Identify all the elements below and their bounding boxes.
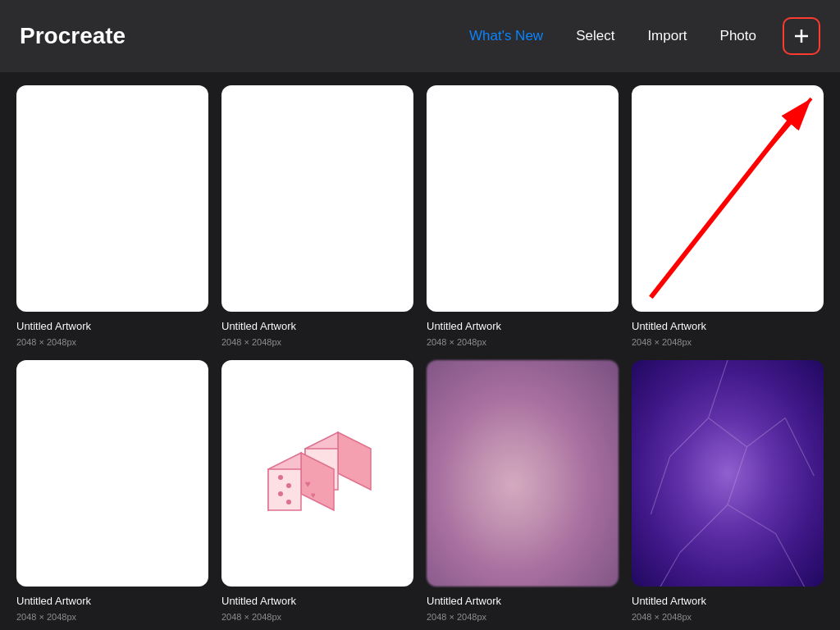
svg-line-21 (728, 447, 746, 504)
svg-line-17 (709, 360, 728, 418)
artwork-thumbnail (16, 360, 208, 587)
nav-photo[interactable]: Photo (707, 21, 769, 51)
artwork-item[interactable]: ♥ ♥ Untitled Artwork 2048 × 2048px (221, 360, 413, 622)
artwork-item[interactable]: Untitled Artwork 2048 × 2048px (427, 85, 619, 347)
header-nav: What's New Select Import Photo (456, 17, 820, 55)
nav-import[interactable]: Import (634, 21, 700, 51)
svg-line-24 (651, 457, 669, 514)
plus-icon (792, 26, 811, 46)
artwork-size: 2048 × 2048px (221, 612, 413, 622)
artwork-thumbnail (427, 360, 619, 587)
artwork-size: 2048 × 2048px (632, 337, 824, 347)
artwork-thumbnail (16, 85, 208, 312)
artwork-title: Untitled Artwork (427, 595, 619, 607)
artwork-title: Untitled Artwork (16, 320, 208, 332)
artwork-title: Untitled Artwork (221, 595, 413, 607)
artwork-thumbnail (632, 360, 824, 587)
artwork-size: 2048 × 2048px (16, 337, 208, 347)
new-canvas-button[interactable] (783, 17, 820, 55)
artwork-item[interactable]: Untitled Artwork 2048 × 2048px (427, 360, 619, 622)
svg-text:♥: ♥ (311, 491, 316, 500)
svg-line-22 (680, 504, 728, 553)
artwork-size: 2048 × 2048px (16, 612, 208, 622)
svg-point-11 (278, 475, 283, 480)
app-logo: Procreate (20, 23, 456, 49)
gallery-grid: Untitled Artwork 2048 × 2048px Untitled … (0, 72, 840, 630)
svg-text:♥: ♥ (304, 478, 310, 490)
artwork-title: Untitled Artwork (16, 595, 208, 607)
artwork-size: 2048 × 2048px (427, 612, 619, 622)
nav-select[interactable]: Select (563, 21, 628, 51)
header: Procreate What's New Select Import Photo (0, 0, 840, 72)
svg-line-25 (785, 418, 814, 476)
artwork-size: 2048 × 2048px (427, 337, 619, 347)
artwork-item[interactable]: Untitled Artwork 2048 × 2048px (16, 85, 208, 347)
artwork-title: Untitled Artwork (427, 320, 619, 332)
svg-point-13 (278, 491, 283, 496)
artwork-title: Untitled Artwork (632, 320, 824, 332)
artwork-item[interactable]: Untitled Artwork 2048 × 2048px (221, 85, 413, 347)
dice-illustration: ♥ ♥ (221, 360, 413, 587)
artwork-thumbnail (632, 85, 824, 312)
svg-line-19 (709, 418, 747, 447)
svg-line-26 (660, 553, 679, 587)
artwork-item[interactable]: Untitled Artwork 2048 × 2048px (632, 360, 824, 622)
svg-point-12 (286, 483, 291, 488)
artwork-title: Untitled Artwork (632, 595, 824, 607)
svg-point-14 (286, 500, 291, 504)
svg-line-23 (728, 504, 776, 533)
svg-line-27 (776, 534, 805, 587)
artwork-size: 2048 × 2048px (632, 612, 824, 622)
artwork-thumbnail (427, 85, 619, 312)
artwork-thumbnail (221, 85, 413, 312)
nav-whats-new[interactable]: What's New (456, 21, 556, 51)
svg-marker-5 (338, 432, 371, 490)
svg-line-18 (670, 418, 709, 457)
svg-line-20 (746, 418, 785, 447)
artwork-item[interactable]: Untitled Artwork 2048 × 2048px (632, 85, 824, 347)
artwork-title: Untitled Artwork (221, 320, 413, 332)
artwork-thumbnail: ♥ ♥ (221, 360, 413, 587)
artwork-size: 2048 × 2048px (221, 337, 413, 347)
svg-line-4 (651, 114, 795, 297)
svg-marker-10 (268, 469, 301, 510)
artwork-item[interactable]: Untitled Artwork 2048 × 2048px (16, 360, 208, 622)
